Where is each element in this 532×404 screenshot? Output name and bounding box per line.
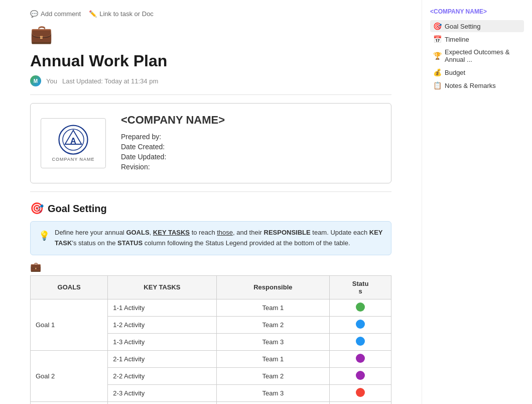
section-heading: 🎯 Goal Setting: [30, 202, 391, 215]
date-created: Date Created:: [121, 143, 225, 151]
prepared-by: Prepared by:: [121, 133, 225, 141]
status-cell: [330, 350, 391, 367]
status-dot: [356, 371, 365, 380]
goal-heading-text: Goal Setting: [48, 203, 107, 215]
status-cell: [330, 299, 391, 316]
col-key-tasks: KEY TASKS: [108, 275, 216, 299]
avatar: M: [30, 75, 41, 86]
team-cell: Team 1: [216, 299, 330, 316]
status-dot: [356, 302, 365, 312]
team-cell: Team 3: [216, 384, 330, 401]
table-row: Goal 33-1 ActivityTeam 1: [31, 401, 391, 404]
task-cell: 1-3 Activity: [108, 333, 216, 350]
task-cell: 2-2 Activity: [108, 367, 216, 384]
col-status: Status: [330, 275, 391, 299]
sidebar-item-timeline[interactable]: 📅Timeline: [430, 33, 524, 45]
user-label: You: [46, 77, 57, 85]
page-icon: 💼: [30, 24, 53, 45]
revision: Revision:: [121, 163, 225, 171]
page-icon-container: 💼: [30, 24, 391, 47]
add-comment-label: Add comment: [41, 10, 81, 18]
last-updated: Last Updated: Today at 11:34 pm: [62, 77, 158, 85]
toolbar: 💬 Add comment ✏️ Link to task or Doc: [30, 10, 391, 18]
sidebar-item-icon: 📅: [433, 35, 442, 43]
page-title: Annual Work Plan: [30, 52, 391, 70]
info-box: 💡 Define here your annual GOALS, KEY TAS…: [30, 221, 391, 255]
status-cell: [330, 333, 391, 350]
goal-cell: Goal 2: [31, 350, 108, 401]
company-name-title: <COMPANY NAME>: [121, 114, 225, 127]
sidebar-item-budget[interactable]: 💰Budget: [430, 66, 524, 78]
team-cell: Team 2: [216, 367, 330, 384]
link-task-button[interactable]: ✏️ Link to task or Doc: [89, 10, 154, 18]
team-cell: Team 3: [216, 333, 330, 350]
goal-cell: Goal 1: [31, 299, 108, 350]
company-logo-text: COMPANY NAME: [52, 157, 94, 162]
company-info: <COMPANY NAME> Prepared by: Date Created…: [121, 114, 225, 173]
sidebar-item-label: Goal Setting: [445, 23, 481, 30]
table-row: Goal 11-1 ActivityTeam 1: [31, 299, 391, 316]
col-goals: GOALS: [31, 275, 108, 299]
sidebar-item-notes--remarks[interactable]: 📋Notes & Remarks: [430, 79, 524, 91]
goal-table: GOALS KEY TASKS Responsible Status Goal …: [30, 275, 391, 404]
link-task-label: Link to task or Doc: [99, 10, 154, 18]
company-card: A COMPANY NAME <COMPANY NAME> Prepared b…: [30, 103, 391, 183]
svg-text:A: A: [70, 136, 76, 145]
bulb-icon: 💡: [39, 229, 50, 249]
sidebar-company-label: <COMPANY NAME>: [430, 8, 524, 15]
company-logo-box: A COMPANY NAME: [41, 118, 106, 168]
goal-cell: Goal 3: [31, 401, 108, 404]
sidebar-item-label: Budget: [445, 69, 465, 76]
team-cell: Team 1: [216, 401, 330, 404]
main-content: 💬 Add comment ✏️ Link to task or Doc 💼 A…: [0, 0, 422, 404]
date-updated: Date Updated:: [121, 153, 225, 161]
divider-1: [30, 94, 391, 95]
sidebar-item-icon: 🏆: [433, 52, 442, 60]
company-logo-svg: A: [58, 125, 88, 155]
task-cell: 1-1 Activity: [108, 299, 216, 316]
right-sidebar: <COMPANY NAME> 🎯Goal Setting📅Timeline🏆Ex…: [422, 0, 532, 404]
task-cell: 1-2 Activity: [108, 316, 216, 333]
meta-info: M You Last Updated: Today at 11:34 pm: [30, 75, 391, 86]
sidebar-item-label: Timeline: [445, 36, 469, 43]
briefcase-icon: 💼: [30, 261, 391, 272]
status-cell: [330, 316, 391, 333]
goal-emoji: 🎯: [30, 202, 44, 215]
status-dot: [356, 354, 365, 363]
info-text: Define here your annual GOALS, KEY TASKS…: [55, 228, 383, 249]
add-comment-button[interactable]: 💬 Add comment: [30, 10, 81, 18]
sidebar-item-expected-outcomes--annual-[interactable]: 🏆Expected Outcomes & Annual ...: [430, 46, 524, 65]
sidebar-items: 🎯Goal Setting📅Timeline🏆Expected Outcomes…: [430, 20, 524, 91]
sidebar-item-icon: 📋: [433, 81, 442, 89]
sidebar-item-goal-setting[interactable]: 🎯Goal Setting: [430, 20, 524, 32]
sidebar-item-label: Expected Outcomes & Annual ...: [445, 48, 521, 63]
sidebar-item-label: Notes & Remarks: [445, 82, 496, 89]
divider-2: [30, 191, 391, 192]
status-cell: [330, 401, 391, 404]
status-dot: [356, 320, 365, 329]
task-cell: 3-1 Activity: [108, 401, 216, 404]
task-cell: 2-1 Activity: [108, 350, 216, 367]
comment-icon: 💬: [30, 10, 38, 18]
col-responsible: Responsible: [216, 275, 330, 299]
table-row: Goal 22-1 ActivityTeam 1: [31, 350, 391, 367]
sidebar-item-icon: 🎯: [433, 22, 442, 30]
link-icon: ✏️: [89, 10, 97, 18]
sidebar-item-icon: 💰: [433, 68, 442, 76]
status-cell: [330, 367, 391, 384]
status-cell: [330, 384, 391, 401]
team-cell: Team 1: [216, 350, 330, 367]
status-dot: [356, 337, 365, 346]
goal-section: 🎯 Goal Setting 💡 Define here your annual…: [30, 202, 391, 404]
status-dot: [356, 388, 365, 397]
team-cell: Team 2: [216, 316, 330, 333]
task-cell: 2-3 Activity: [108, 384, 216, 401]
